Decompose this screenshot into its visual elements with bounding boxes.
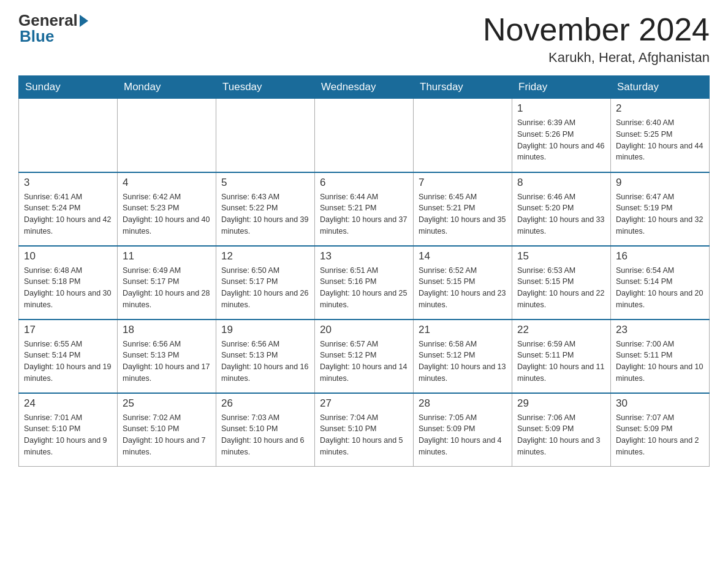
week-row-2: 10Sunrise: 6:48 AM Sunset: 5:18 PM Dayli…: [19, 246, 710, 320]
calendar-cell: 30Sunrise: 7:07 AM Sunset: 5:09 PM Dayli…: [611, 393, 710, 467]
day-number: 5: [221, 177, 309, 189]
calendar: SundayMondayTuesdayWednesdayThursdayFrid…: [18, 75, 710, 467]
calendar-cell: [315, 99, 414, 172]
calendar-cell: 1Sunrise: 6:39 AM Sunset: 5:26 PM Daylig…: [512, 99, 611, 172]
day-number: 14: [419, 250, 507, 262]
calendar-cell: 25Sunrise: 7:02 AM Sunset: 5:10 PM Dayli…: [118, 393, 216, 467]
header: General Blue November 2024 Karukh, Herat…: [18, 12, 710, 66]
day-info: Sunrise: 6:53 AM Sunset: 5:15 PM Dayligh…: [517, 265, 605, 311]
day-info: Sunrise: 6:44 AM Sunset: 5:21 PM Dayligh…: [320, 191, 408, 237]
week-row-1: 3Sunrise: 6:41 AM Sunset: 5:24 PM Daylig…: [19, 172, 710, 246]
day-info: Sunrise: 7:00 AM Sunset: 5:11 PM Dayligh…: [616, 339, 704, 385]
day-info: Sunrise: 7:03 AM Sunset: 5:10 PM Dayligh…: [221, 412, 309, 458]
day-number: 21: [419, 324, 507, 336]
week-row-4: 24Sunrise: 7:01 AM Sunset: 5:10 PM Dayli…: [19, 393, 710, 467]
calendar-cell: 16Sunrise: 6:54 AM Sunset: 5:14 PM Dayli…: [611, 246, 710, 320]
day-number: 26: [221, 397, 309, 410]
calendar-header-saturday: Saturday: [611, 76, 710, 99]
calendar-cell: 18Sunrise: 6:56 AM Sunset: 5:13 PM Dayli…: [118, 320, 216, 393]
calendar-cell: 10Sunrise: 6:48 AM Sunset: 5:18 PM Dayli…: [19, 246, 118, 320]
calendar-cell: 24Sunrise: 7:01 AM Sunset: 5:10 PM Dayli…: [19, 393, 118, 467]
logo-top: General: [18, 12, 88, 28]
day-info: Sunrise: 7:04 AM Sunset: 5:10 PM Dayligh…: [320, 412, 408, 458]
day-number: 17: [24, 324, 112, 336]
day-info: Sunrise: 6:43 AM Sunset: 5:22 PM Dayligh…: [221, 191, 309, 237]
calendar-cell: 6Sunrise: 6:44 AM Sunset: 5:21 PM Daylig…: [315, 172, 414, 246]
day-number: 23: [616, 324, 704, 336]
calendar-cell: 22Sunrise: 6:59 AM Sunset: 5:11 PM Dayli…: [512, 320, 611, 393]
calendar-cell: [19, 99, 118, 172]
day-info: Sunrise: 6:39 AM Sunset: 5:26 PM Dayligh…: [517, 117, 605, 163]
day-number: 12: [221, 250, 309, 262]
calendar-cell: 17Sunrise: 6:55 AM Sunset: 5:14 PM Dayli…: [19, 320, 118, 393]
day-info: Sunrise: 6:54 AM Sunset: 5:14 PM Dayligh…: [616, 265, 704, 311]
day-number: 27: [320, 397, 408, 410]
day-number: 9: [616, 177, 704, 189]
day-info: Sunrise: 6:56 AM Sunset: 5:13 PM Dayligh…: [123, 339, 211, 385]
day-number: 19: [221, 324, 309, 336]
day-info: Sunrise: 6:42 AM Sunset: 5:23 PM Dayligh…: [123, 191, 211, 237]
calendar-cell: 12Sunrise: 6:50 AM Sunset: 5:17 PM Dayli…: [216, 246, 315, 320]
calendar-cell: [216, 99, 315, 172]
day-info: Sunrise: 6:49 AM Sunset: 5:17 PM Dayligh…: [123, 265, 211, 311]
day-info: Sunrise: 6:47 AM Sunset: 5:19 PM Dayligh…: [616, 191, 704, 237]
calendar-cell: 21Sunrise: 6:58 AM Sunset: 5:12 PM Dayli…: [414, 320, 512, 393]
day-info: Sunrise: 6:52 AM Sunset: 5:15 PM Dayligh…: [419, 265, 507, 311]
day-info: Sunrise: 6:57 AM Sunset: 5:12 PM Dayligh…: [320, 339, 408, 385]
day-info: Sunrise: 6:50 AM Sunset: 5:17 PM Dayligh…: [221, 265, 309, 311]
day-number: 16: [616, 250, 704, 262]
logo-blue-text: Blue: [20, 27, 54, 46]
calendar-cell: 15Sunrise: 6:53 AM Sunset: 5:15 PM Dayli…: [512, 246, 611, 320]
calendar-header-row: SundayMondayTuesdayWednesdayThursdayFrid…: [19, 76, 710, 99]
day-number: 29: [517, 397, 605, 410]
calendar-cell: 3Sunrise: 6:41 AM Sunset: 5:24 PM Daylig…: [19, 172, 118, 246]
week-row-0: 1Sunrise: 6:39 AM Sunset: 5:26 PM Daylig…: [19, 99, 710, 172]
calendar-cell: 14Sunrise: 6:52 AM Sunset: 5:15 PM Dayli…: [414, 246, 512, 320]
calendar-cell: 26Sunrise: 7:03 AM Sunset: 5:10 PM Dayli…: [216, 393, 315, 467]
calendar-cell: 2Sunrise: 6:40 AM Sunset: 5:25 PM Daylig…: [611, 99, 710, 172]
month-title: November 2024: [483, 12, 710, 47]
day-info: Sunrise: 7:05 AM Sunset: 5:09 PM Dayligh…: [419, 412, 507, 458]
day-number: 28: [419, 397, 507, 410]
day-info: Sunrise: 6:41 AM Sunset: 5:24 PM Dayligh…: [24, 191, 112, 237]
day-info: Sunrise: 6:58 AM Sunset: 5:12 PM Dayligh…: [419, 339, 507, 385]
day-info: Sunrise: 7:02 AM Sunset: 5:10 PM Dayligh…: [123, 412, 211, 458]
day-number: 4: [123, 177, 211, 189]
day-info: Sunrise: 7:07 AM Sunset: 5:09 PM Dayligh…: [616, 412, 704, 458]
day-number: 30: [616, 397, 704, 410]
calendar-cell: 11Sunrise: 6:49 AM Sunset: 5:17 PM Dayli…: [118, 246, 216, 320]
calendar-cell: 8Sunrise: 6:46 AM Sunset: 5:20 PM Daylig…: [512, 172, 611, 246]
calendar-cell: [118, 99, 216, 172]
calendar-cell: 9Sunrise: 6:47 AM Sunset: 5:19 PM Daylig…: [611, 172, 710, 246]
day-info: Sunrise: 6:51 AM Sunset: 5:16 PM Dayligh…: [320, 265, 408, 311]
title-area: November 2024 Karukh, Herat, Afghanistan: [483, 12, 710, 66]
calendar-header-sunday: Sunday: [19, 76, 118, 99]
calendar-cell: 23Sunrise: 7:00 AM Sunset: 5:11 PM Dayli…: [611, 320, 710, 393]
day-info: Sunrise: 6:59 AM Sunset: 5:11 PM Dayligh…: [517, 339, 605, 385]
calendar-header-friday: Friday: [512, 76, 611, 99]
day-info: Sunrise: 6:56 AM Sunset: 5:13 PM Dayligh…: [221, 339, 309, 385]
calendar-cell: 13Sunrise: 6:51 AM Sunset: 5:16 PM Dayli…: [315, 246, 414, 320]
day-number: 11: [123, 250, 211, 262]
calendar-header-thursday: Thursday: [414, 76, 512, 99]
day-number: 20: [320, 324, 408, 336]
day-number: 8: [517, 177, 605, 189]
day-info: Sunrise: 6:48 AM Sunset: 5:18 PM Dayligh…: [24, 265, 112, 311]
location: Karukh, Herat, Afghanistan: [483, 50, 710, 66]
day-number: 13: [320, 250, 408, 262]
logo: General Blue: [18, 12, 88, 46]
day-number: 2: [616, 102, 704, 115]
day-info: Sunrise: 7:06 AM Sunset: 5:09 PM Dayligh…: [517, 412, 605, 458]
calendar-cell: 19Sunrise: 6:56 AM Sunset: 5:13 PM Dayli…: [216, 320, 315, 393]
day-number: 25: [123, 397, 211, 410]
week-row-3: 17Sunrise: 6:55 AM Sunset: 5:14 PM Dayli…: [19, 320, 710, 393]
calendar-header-wednesday: Wednesday: [315, 76, 414, 99]
day-info: Sunrise: 6:55 AM Sunset: 5:14 PM Dayligh…: [24, 339, 112, 385]
calendar-cell: 20Sunrise: 6:57 AM Sunset: 5:12 PM Dayli…: [315, 320, 414, 393]
calendar-cell: 28Sunrise: 7:05 AM Sunset: 5:09 PM Dayli…: [414, 393, 512, 467]
day-number: 6: [320, 177, 408, 189]
day-number: 15: [517, 250, 605, 262]
day-number: 3: [24, 177, 112, 189]
day-info: Sunrise: 6:40 AM Sunset: 5:25 PM Dayligh…: [616, 117, 704, 163]
day-number: 1: [517, 102, 605, 115]
